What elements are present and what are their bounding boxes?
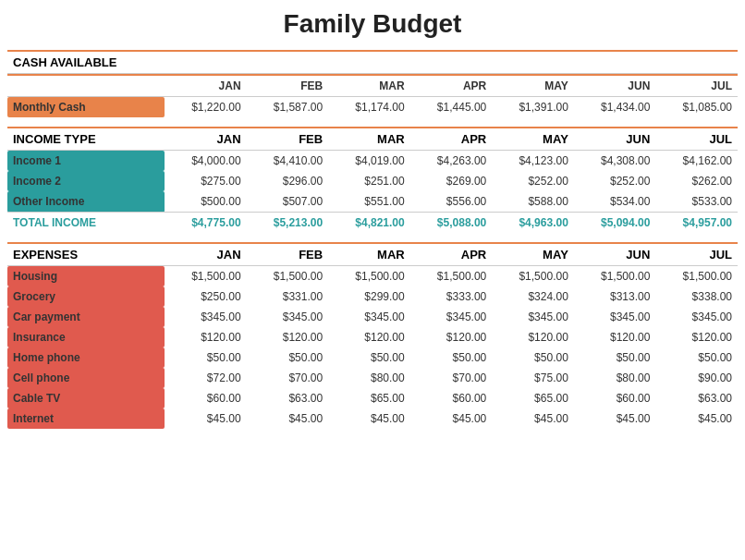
total-value: $5,213.00	[247, 213, 329, 234]
expenses-section: EXPENSES JAN FEB MAR APR MAY JUN JUL Hou…	[7, 242, 738, 429]
cell-value: $70.00	[247, 368, 329, 388]
cell-value: $120.00	[410, 327, 493, 347]
cell-value: $345.00	[492, 307, 574, 327]
total-value: $4,957.00	[655, 213, 738, 234]
cell-value: $63.00	[655, 388, 738, 408]
cash-month-mar: MAR	[328, 75, 410, 97]
total-income-row: TOTAL INCOME$4,775.00$5,213.00$4,821.00$…	[7, 213, 738, 234]
cash-may-header	[492, 51, 574, 74]
cell-value: $90.00	[655, 368, 738, 388]
cell-value: $1,391.00	[492, 97, 574, 118]
cell-value: $4,308.00	[574, 151, 656, 172]
total-value: $5,094.00	[574, 213, 656, 234]
cell-value: $262.00	[655, 171, 738, 191]
cell-value: $251.00	[328, 171, 410, 191]
total-value: $4,821.00	[328, 213, 410, 234]
income-section: INCOME TYPE JAN FEB MAR APR MAY JUN JUL …	[7, 127, 738, 233]
cell-value: $1,220.00	[165, 97, 247, 118]
exp-jun-h: JUN	[574, 243, 656, 266]
row-label: Internet	[7, 408, 165, 429]
cell-value: $324.00	[492, 286, 574, 307]
cell-value: $1,500.00	[655, 266, 738, 287]
table-row: Income 1$4,000.00$4,410.00$4,019.00$4,26…	[7, 151, 738, 172]
cell-value: $45.00	[492, 408, 574, 429]
row-label: Other Income	[7, 191, 165, 213]
page-title: Family Budget	[7, 9, 738, 39]
cash-month-apr: APR	[410, 75, 493, 97]
table-row: Grocery$250.00$331.00$299.00$333.00$324.…	[7, 286, 738, 307]
income-jun-h: JUN	[574, 128, 656, 151]
cell-value: $252.00	[574, 171, 656, 191]
income-mar-h: MAR	[328, 128, 410, 151]
expenses-header-row: EXPENSES JAN FEB MAR APR MAY JUN JUL	[7, 243, 738, 266]
total-value: $5,088.00	[410, 213, 493, 234]
income-jul-h: JUL	[655, 128, 738, 151]
cell-value: $60.00	[165, 388, 247, 408]
cash-month-feb: FEB	[247, 75, 329, 97]
table-row: Housing$1,500.00$1,500.00$1,500.00$1,500…	[7, 266, 738, 287]
table-row: Home phone$50.00$50.00$50.00$50.00$50.00…	[7, 347, 738, 368]
cell-value: $1,085.00	[655, 97, 738, 118]
row-label: Income 1	[7, 151, 165, 172]
cell-value: $1,587.00	[247, 97, 329, 118]
cell-value: $275.00	[165, 171, 247, 191]
cell-value: $333.00	[410, 286, 493, 307]
cell-value: $50.00	[165, 347, 247, 368]
row-label: Housing	[7, 266, 165, 287]
table-row: Monthly Cash$1,220.00$1,587.00$1,174.00$…	[7, 97, 738, 118]
row-label: Cable TV	[7, 388, 165, 408]
exp-apr-h: APR	[410, 243, 493, 266]
exp-jan-h: JAN	[165, 243, 247, 266]
cell-value: $252.00	[492, 171, 574, 191]
cell-value: $4,162.00	[655, 151, 738, 172]
table-row: Insurance$120.00$120.00$120.00$120.00$12…	[7, 327, 738, 347]
income-header-row: INCOME TYPE JAN FEB MAR APR MAY JUN JUL	[7, 128, 738, 151]
cell-value: $1,174.00	[328, 97, 410, 118]
cell-value: $80.00	[328, 368, 410, 388]
cell-value: $345.00	[165, 307, 247, 327]
cash-apr-header	[410, 51, 493, 74]
cell-value: $50.00	[655, 347, 738, 368]
cell-value: $72.00	[165, 368, 247, 388]
cash-jan-header	[165, 51, 247, 74]
cell-value: $50.00	[492, 347, 574, 368]
cell-value: $4,019.00	[328, 151, 410, 172]
cell-value: $299.00	[328, 286, 410, 307]
cash-month-jan: JAN	[165, 75, 247, 97]
cell-value: $1,500.00	[247, 266, 329, 287]
expenses-section-label: EXPENSES	[7, 243, 165, 266]
cell-value: $4,410.00	[247, 151, 329, 172]
cell-value: $1,500.00	[328, 266, 410, 287]
row-label: Monthly Cash	[7, 97, 165, 118]
row-label: Home phone	[7, 347, 165, 368]
cell-value: $4,263.00	[410, 151, 493, 172]
cell-value: $50.00	[574, 347, 656, 368]
cell-value: $60.00	[410, 388, 493, 408]
table-row: Cable TV$60.00$63.00$65.00$60.00$65.00$6…	[7, 388, 738, 408]
cell-value: $120.00	[328, 327, 410, 347]
income-section-label: INCOME TYPE	[7, 128, 165, 151]
table-row: Internet$45.00$45.00$45.00$45.00$45.00$4…	[7, 408, 738, 429]
cell-value: $63.00	[247, 388, 329, 408]
cell-value: $45.00	[410, 408, 493, 429]
table-row: Car payment$345.00$345.00$345.00$345.00$…	[7, 307, 738, 327]
cell-value: $345.00	[655, 307, 738, 327]
row-label: Car payment	[7, 307, 165, 327]
cell-value: $120.00	[655, 327, 738, 347]
cell-value: $45.00	[165, 408, 247, 429]
cell-value: $269.00	[410, 171, 493, 191]
cell-value: $345.00	[247, 307, 329, 327]
cell-value: $120.00	[492, 327, 574, 347]
cash-month-may: MAY	[492, 75, 574, 97]
income-jan-h: JAN	[165, 128, 247, 151]
total-value: $4,963.00	[492, 213, 574, 234]
cell-value: $120.00	[165, 327, 247, 347]
cell-value: $588.00	[492, 191, 574, 213]
cell-value: $50.00	[328, 347, 410, 368]
cash-available-header-row: CASH AVAILABLE	[7, 51, 738, 74]
exp-feb-h: FEB	[247, 243, 329, 266]
cell-value: $1,434.00	[574, 97, 656, 118]
cash-feb-header	[247, 51, 329, 74]
cell-value: $50.00	[247, 347, 329, 368]
cell-value: $60.00	[574, 388, 656, 408]
